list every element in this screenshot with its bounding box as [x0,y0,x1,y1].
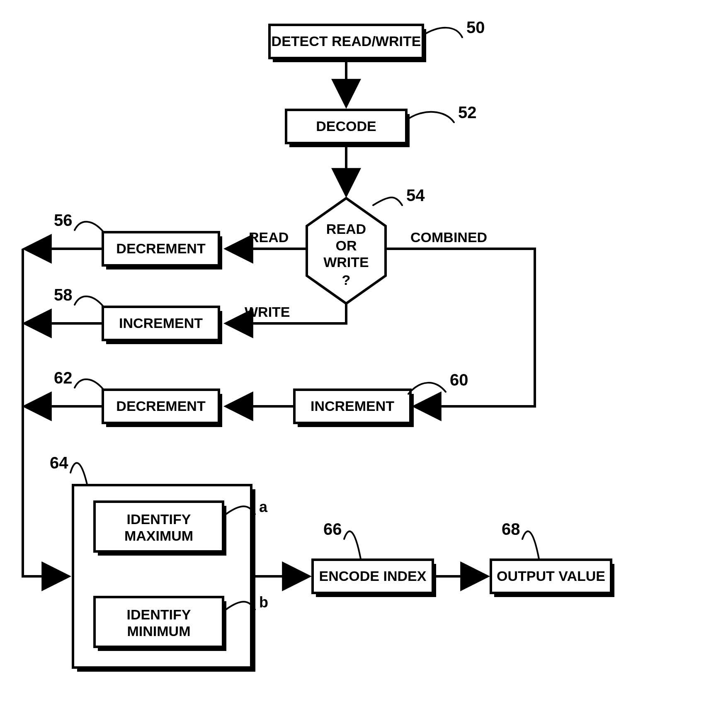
ref-60: 60 [450,371,468,389]
ref-54: 54 [406,186,425,204]
idmax-l2: MAXIMUM [124,528,193,544]
ref-56: 56 [54,211,73,229]
ref-52: 52 [458,103,477,121]
output-box: OUTPUT VALUE [491,560,614,597]
edge-write-label: WRITE [245,304,290,320]
decrement-56-label: DECREMENT [116,240,206,256]
encode-box: ENCODE INDEX [313,560,436,597]
decision-hexagon: READ OR WRITE ? [307,198,386,304]
ref-68: 68 [502,520,520,538]
leader-54 [373,197,402,205]
decrement-62-box: DECREMENT [103,390,222,427]
idmin-l2: MINIMUM [127,623,191,639]
detect-box: DETECT READ/WRITE [269,25,426,62]
edge-read-label: READ [249,229,289,245]
ref-66: 66 [323,520,342,538]
leader-50 [423,28,462,37]
detect-label: DETECT READ/WRITE [272,33,421,49]
edge-combined-label: COMBINED [410,229,487,245]
decrement-62-label: DECREMENT [116,398,206,414]
decision-l1: READ [326,221,366,237]
leader-62 [75,379,104,390]
decode-box: DECODE [286,110,410,147]
flowchart-diagram: DETECT READ/WRITE 50 DECODE 52 READ OR W… [0,0,728,726]
ref-64: 64 [50,454,68,472]
ref-50: 50 [466,18,485,36]
ref-62: 62 [54,369,73,387]
decode-label: DECODE [316,118,376,134]
leader-68 [522,531,539,559]
output-label: OUTPUT VALUE [497,568,605,584]
sublabel-a: a [259,498,268,515]
encode-label: ENCODE INDEX [319,568,427,584]
leader-52 [406,112,454,122]
idmax-l1: IDENTIFY [127,511,191,527]
leader-66 [344,531,361,559]
decision-l3: WRITE [323,254,369,270]
leader-58 [75,296,104,307]
leader-60 [408,383,446,394]
increment-60-box: INCREMENT [294,390,414,427]
increment-58-box: INCREMENT [103,307,222,344]
leader-64 [70,463,87,484]
increment-58-label: INCREMENT [119,315,203,331]
increment-60-label: INCREMENT [311,398,394,414]
decrement-56-box: DECREMENT [103,232,222,270]
sublabel-b: b [259,594,268,611]
leader-56 [75,222,104,232]
idmin-l1: IDENTIFY [127,607,191,622]
decision-l2: OR [336,238,357,253]
ref-58: 58 [54,286,73,304]
decision-l4: ? [342,272,351,288]
